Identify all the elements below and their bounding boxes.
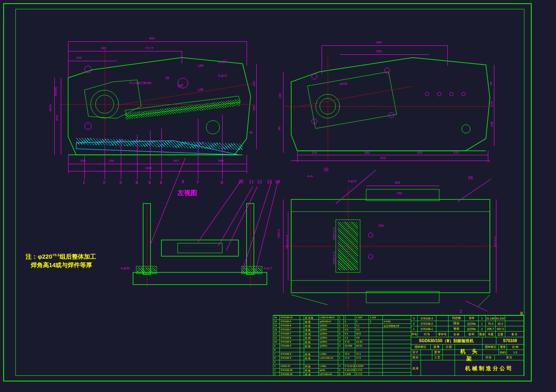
leader-5: 5 (148, 180, 151, 185)
hdr-note: 备 注 (505, 332, 524, 337)
tblock-bom-row: 2S70108-2隔 板Q235a175.432.4 (410, 321, 524, 326)
tb-stagemk: 图样标记 (483, 345, 499, 349)
tb-design: 设 计 (410, 350, 421, 355)
dim-tl-244: 244 (76, 56, 82, 60)
hdr-mat: 材 料 (465, 332, 479, 337)
tb-product: SGD630/150（Ⅲ）刮板输送机 (410, 337, 483, 344)
dim-tr-170: 170 (490, 101, 494, 107)
tblock-bom-row: 1S70108-1侧 板Q235a2206.7407.3 (410, 326, 524, 331)
dim-tl-3080: 3080 (145, 166, 152, 170)
dim-tr-600: 600 (376, 41, 382, 44)
dim-tr-246: 246 (490, 122, 494, 127)
tb-date: 日 期 (443, 345, 455, 349)
leader-1: 1 (83, 180, 85, 185)
leader-br-2: 2 (459, 309, 462, 314)
dim-tl-260: 260 (252, 105, 256, 111)
svg-rect-12 (178, 243, 222, 253)
dim-tl-346: 346 (101, 46, 106, 50)
hdr-partno: 零件号 (436, 332, 449, 337)
dim-tr-126: 126 (311, 151, 317, 154)
leader-8: 8 (221, 180, 223, 185)
tb-draft: 图 审 (432, 350, 443, 355)
bom-row: 16S70108-10基 架 板L130×3×65×5111.1631.163 (273, 315, 411, 319)
dim-tl-7175: 717.5 (145, 46, 153, 50)
dim-tl-370: 370 (55, 116, 59, 121)
bom-row: 2S70108-26焊 座L87×65×4420.0082.772 (273, 372, 411, 376)
note-prefix: 注：φ220 (26, 253, 52, 260)
dim-br-560: 560.0-0.6 (286, 235, 289, 249)
br-outline-svg (275, 171, 502, 317)
leader-12: 12 (257, 179, 262, 184)
tb-check: 校 对 (410, 355, 421, 360)
bom-row: 11S70108-6车 间Q235A41.24.8 (273, 336, 411, 340)
dim-bl-6phi17: 6-φ17 (264, 266, 272, 270)
dim-tr-phi105: φ105 (340, 82, 348, 86)
dim-tr-80: 80 (277, 126, 281, 130)
hdr-tw: 总重 (496, 332, 505, 337)
tb-stagelbl: 图样标记 (410, 345, 431, 349)
tb-mass: 3583 (499, 350, 507, 355)
dim-tl-800: 800 (149, 36, 155, 40)
hdr-no: 序号 (410, 332, 418, 337)
tblock-bom-row: 3S70108-3同定圈部件131.10461.614 (410, 315, 524, 321)
svg-line-21 (291, 295, 328, 305)
leader-16: 16 (468, 175, 473, 180)
dim-br-200: 200 (378, 224, 384, 227)
dim-tr-500: 500 (376, 49, 382, 53)
dim-tr-910: 910 (380, 156, 386, 160)
bom-row: 14S70108-8加 板Q235A12.12.1左右对称各1件 (273, 323, 411, 328)
dim-br-m20: M20×2.5 (332, 227, 336, 240)
title-block-area: 16S70108-10基 架 板L130×3×65×5111.1631.1631… (273, 315, 524, 376)
dim-tl-146: 146 (109, 159, 114, 163)
bom-row: 8 (273, 348, 411, 352)
svg-line-22 (478, 295, 490, 307)
dim-br-280: 280 (397, 191, 402, 195)
drawing-canvas: 800 346 717.5 244 160 4-φ17 28 200 240 6… (15, 9, 524, 376)
note-line2: 焊角高14或与焊件等厚 (31, 261, 92, 268)
view-bottom-left: 左视图 6-φ30 6-φ17 9 10 11 12 13 (121, 195, 283, 301)
leader-3: 3 (119, 180, 122, 185)
bom-row: 7S70108-5筋 板L130a172.472.4 (273, 352, 411, 356)
general-note: 注：φ220+0.3组后整体加工 焊角高14或与焊件等厚 (26, 252, 96, 269)
dim-tr-28: 28 (489, 82, 493, 86)
note-suffix: 组后整体加工 (60, 253, 96, 260)
svg-rect-19 (366, 189, 439, 201)
leader-10: 10 (238, 179, 243, 184)
tb-process: 工 艺 (432, 355, 443, 360)
dim-br-460: 460 (395, 181, 400, 184)
tb-dwgno: S70108 (496, 337, 524, 344)
hdr-code: 代 号 (418, 332, 436, 337)
tb-scale-lbl: 比 例 (507, 345, 524, 349)
leader-7: 7 (196, 180, 199, 185)
leader-2: 2 (103, 180, 105, 185)
bom-row: 3S70108-25档 板φ24a20.16×1003.776 (273, 368, 411, 372)
tb-sheet: 共 张 (483, 355, 495, 360)
tb-approve: 批 准 (410, 360, 421, 376)
bom-row: 6S70108-4筋 板L107×63×14117.917.9 (273, 356, 411, 360)
leader-4: 4 (135, 180, 138, 185)
bom-row: 12S70108-7车 间Q235A45.220.8 (273, 332, 411, 336)
bom-row: 13S70108-7堵 板Q235A14.34.3 (273, 328, 411, 332)
tb-scl: 1:5 (507, 350, 524, 355)
dim-tl-centernote: 中心与底支架对称 (129, 81, 152, 85)
view-top-left: 800 346 717.5 244 160 4-φ17 28 200 240 6… (44, 25, 263, 179)
dim-br-m16: M16×2.0 (332, 252, 336, 264)
dim-tr-380: 380 (364, 151, 369, 154)
tr-outline-svg (275, 33, 502, 163)
tb-component: 机 头 架 (457, 348, 483, 362)
tb-stage-lbl (483, 337, 496, 344)
bom-row: 5 (273, 360, 411, 364)
tb-company: 机械制造分公司 (455, 360, 524, 376)
tb-page: 第 页 (495, 355, 524, 360)
leader-11: 11 (249, 179, 254, 184)
dim-tl-3670: 3670 (49, 105, 52, 112)
dim-tl-130r: 130 (252, 81, 256, 86)
dim-tl-28: 28 (165, 76, 169, 80)
title-block: 3S70108-3同定圈部件131.10461.6142S70108-2隔 板Q… (410, 315, 524, 376)
tb-sign: 签 章 (431, 345, 443, 349)
leader-15: 15 (324, 167, 328, 172)
dim-br-AA: A-A (307, 174, 313, 178)
view-bottom-right: A-A 4-φ13 460 280 700+1 560.0-0.6 M20×2.… (275, 171, 502, 317)
dim-bl-6phi30: 6-φ30 (121, 266, 129, 270)
leader-6: 6 (160, 180, 162, 185)
